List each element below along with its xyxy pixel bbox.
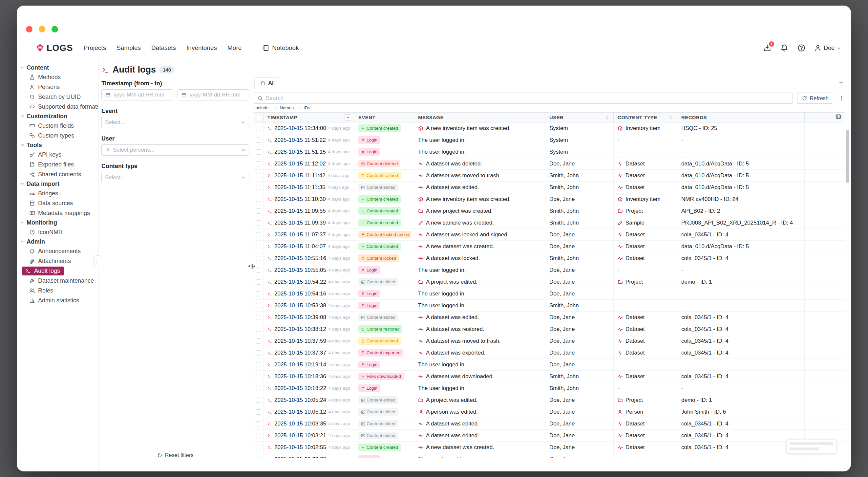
row-checkbox[interactable]: [256, 315, 261, 320]
sidebar-item-api-keys[interactable]: API keys: [20, 150, 65, 159]
select-all-checkbox[interactable]: [256, 115, 261, 120]
user-select[interactable]: Select persons...: [101, 144, 249, 156]
row-checkbox[interactable]: [256, 362, 261, 367]
sidebar-item-audit-logs[interactable]: Audit logs: [22, 267, 64, 275]
nav-item-samples[interactable]: Samples: [117, 44, 141, 52]
sidebar-item-data-sources[interactable]: Data sources: [20, 198, 77, 208]
radio-ids[interactable]: [298, 106, 302, 110]
sidebar-collapse-handle[interactable]: [93, 256, 99, 267]
table-row[interactable]: 2025-10-15 11:11:424 days agoContent tra…: [254, 170, 845, 182]
timestamp-from-input[interactable]: [102, 90, 173, 100]
radio-names[interactable]: [274, 106, 278, 110]
sidebar-item-persons[interactable]: Persons: [20, 82, 64, 92]
row-checkbox[interactable]: [256, 374, 261, 379]
sidebar-item-custom-types[interactable]: Custom types: [20, 131, 78, 141]
window-zoom-button[interactable]: [52, 26, 58, 32]
nav-item-inventories[interactable]: Inventories: [186, 44, 217, 52]
row-checkbox[interactable]: [256, 279, 261, 285]
row-checkbox[interactable]: [256, 386, 261, 391]
row-checkbox[interactable]: [256, 197, 261, 202]
table-row[interactable]: 2025-10-15 10:19:144 days agoLoginThe us…: [254, 359, 845, 370]
table-row[interactable]: 2025-10-15 11:51:224 days agoLoginThe us…: [254, 134, 845, 146]
table-row[interactable]: 2025-10-15 11:07:374 days agoContent loc…: [254, 229, 845, 241]
sidebar-section-header-tools[interactable]: Tools: [20, 141, 96, 150]
table-row[interactable]: 2025-10-15 10:55:054 days agoLoginThe us…: [254, 264, 845, 276]
sidebar-item-admin-statistics[interactable]: Admin statistics: [20, 295, 83, 305]
add-tab-button[interactable]: [837, 79, 845, 87]
table-row[interactable]: 2025-10-15 11:11:354 days agoContent edi…: [254, 182, 845, 193]
table-row[interactable]: 2025-10-15 10:37:374 days agoContent exp…: [254, 347, 845, 359]
table-scrollbar[interactable]: [846, 112, 849, 458]
column-header-timestamp[interactable]: TIMESTAMP: [264, 113, 355, 122]
event-select[interactable]: Select...: [101, 117, 249, 128]
sidebar-item-custom-fields[interactable]: Custom fields: [20, 121, 78, 131]
sidebar-section-header-customization[interactable]: Customization: [20, 112, 96, 121]
sidebar-item-iconnmr[interactable]: IconNMR: [20, 227, 67, 237]
row-checkbox[interactable]: [256, 397, 261, 403]
sidebar-item-bridges[interactable]: Bridges: [20, 188, 62, 198]
sidebar-section-header-data-import[interactable]: Data import: [20, 179, 96, 188]
table-row[interactable]: 2025-10-15 10:18:364 days agoFiles downl…: [254, 370, 845, 383]
table-row[interactable]: 2025-10-15 10:55:164 days agoContent loc…: [254, 252, 845, 264]
row-checkbox[interactable]: [256, 161, 261, 167]
sidebar-section-header-admin[interactable]: Admin: [20, 237, 96, 246]
row-checkbox[interactable]: [256, 303, 261, 308]
row-checkbox[interactable]: [256, 445, 261, 450]
table-row[interactable]: 2025-10-15 10:54:224 days agoContent edi…: [254, 276, 845, 288]
table-row[interactable]: 2025-10-15 11:04:074 days agoContent cre…: [254, 241, 845, 252]
app-logo[interactable]: LOGS: [36, 43, 73, 53]
column-header-records[interactable]: RECORDS: [677, 113, 805, 122]
table-row[interactable]: 2025-10-15 10:38:124 days agoContent res…: [254, 323, 845, 335]
table-row[interactable]: 2025-10-15 11:09:554 days agoContent cre…: [254, 205, 845, 217]
sidebar-item-search-by-uuid[interactable]: Search by UUID: [20, 92, 85, 102]
row-checkbox[interactable]: [256, 126, 261, 131]
row-checkbox[interactable]: [256, 208, 261, 214]
row-checkbox[interactable]: [256, 138, 261, 143]
row-checkbox[interactable]: [256, 185, 261, 190]
row-checkbox[interactable]: [256, 149, 261, 155]
row-checkbox[interactable]: [256, 457, 261, 458]
notifications-button[interactable]: [780, 44, 788, 52]
search-input[interactable]: [254, 93, 793, 103]
nav-item-more[interactable]: More: [227, 44, 242, 52]
table-row[interactable]: 2025-10-15 10:05:124 days agoContent edi…: [254, 406, 845, 418]
sidebar-item-roles[interactable]: Roles: [20, 286, 57, 295]
nav-item-projects[interactable]: Projects: [84, 44, 106, 52]
table-row[interactable]: 2025-10-15 10:03:214 days agoContent edi…: [254, 430, 845, 442]
content-type-select[interactable]: Select...: [101, 172, 249, 183]
row-checkbox[interactable]: [256, 268, 261, 273]
table-row[interactable]: 2025-10-15 10:03:354 days agoContent edi…: [254, 418, 845, 430]
include-option-ids[interactable]: IDs: [298, 106, 310, 110]
row-checkbox[interactable]: [256, 256, 261, 261]
column-header-content_type[interactable]: CONTENT TYPE: [614, 113, 677, 122]
table-row[interactable]: 2025-10-15 11:09:394 days agoContent cre…: [254, 217, 845, 229]
window-close-button[interactable]: [26, 26, 32, 32]
column-header-user[interactable]: USER: [546, 113, 614, 122]
table-row[interactable]: 2025-10-15 10:53:384 days agoLoginThe us…: [254, 300, 845, 311]
row-checkbox[interactable]: [256, 173, 261, 178]
table-row[interactable]: 2025-10-15 09:33:294 days agoLoginThe us…: [254, 453, 845, 458]
row-checkbox[interactable]: [256, 327, 261, 332]
table-row[interactable]: 2025-10-15 11:51:154 days agoLoginThe us…: [254, 146, 845, 158]
sidebar-item-attachments[interactable]: Attachments: [20, 256, 75, 266]
sidebar-item-exported-files[interactable]: Exported files: [20, 159, 78, 170]
row-checkbox[interactable]: [256, 244, 261, 249]
include-option-names[interactable]: Names: [274, 106, 294, 110]
table-row[interactable]: 2025-10-15 10:05:244 days agoContent edi…: [254, 394, 845, 406]
nav-item-notebook[interactable]: Notebook: [263, 44, 299, 52]
sidebar-item-shared-contents[interactable]: Shared contents: [20, 170, 85, 179]
row-checkbox[interactable]: [256, 350, 261, 356]
nav-item-datasets[interactable]: Datasets: [151, 44, 176, 52]
table-row[interactable]: 2025-10-15 11:12:024 days agoContent del…: [254, 158, 845, 170]
column-menu-button[interactable]: [345, 114, 351, 121]
sidebar-item-supported-data-formats[interactable]: Supported data formats: [20, 102, 98, 112]
sidebar-item-announcements[interactable]: Announcements: [20, 246, 85, 256]
column-settings-button[interactable]: [836, 114, 841, 121]
row-checkbox[interactable]: [256, 433, 261, 438]
downloads-button[interactable]: 1: [763, 44, 772, 52]
table-row[interactable]: 2025-10-15 10:18:224 days agoLoginThe us…: [254, 383, 845, 394]
row-checkbox[interactable]: [256, 409, 261, 415]
row-checkbox[interactable]: [256, 232, 261, 237]
table-row[interactable]: 2025-10-15 12:34:004 days agoContent cre…: [254, 122, 845, 134]
refresh-button[interactable]: Refresh: [797, 93, 833, 104]
